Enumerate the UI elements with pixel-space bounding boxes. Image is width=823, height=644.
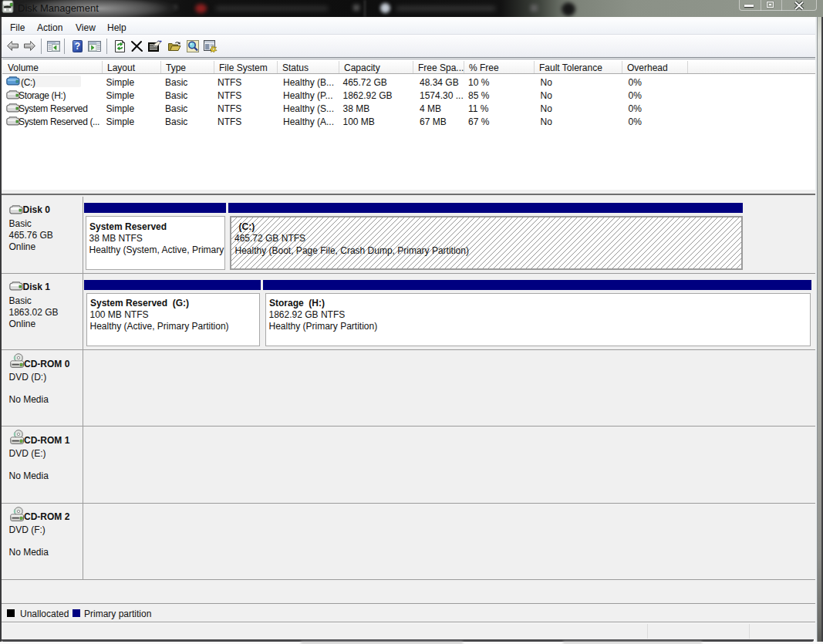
- svg-text:?: ?: [75, 41, 80, 52]
